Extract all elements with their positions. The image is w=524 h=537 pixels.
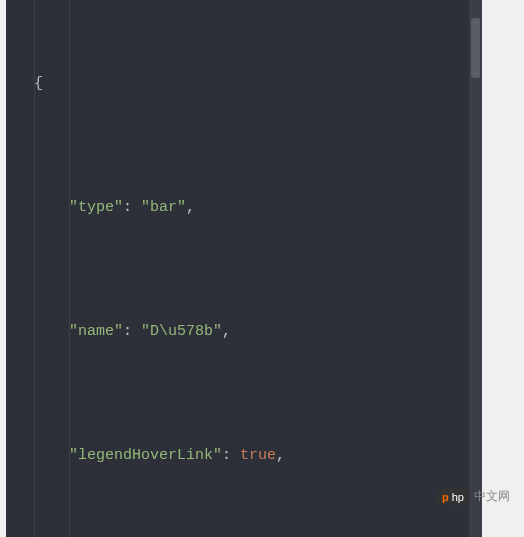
scrollbar-thumb[interactable]	[471, 18, 480, 78]
code-content: { "type": "bar", "name": "D\u578b", "leg…	[34, 6, 482, 537]
code-line: "type": "bar",	[34, 192, 482, 223]
vertical-scrollbar[interactable]	[469, 0, 482, 537]
code-line: "legendHoverLink": true,	[34, 440, 482, 471]
brace-open: {	[34, 75, 43, 92]
code-editor[interactable]: { "type": "bar", "name": "D\u578b", "leg…	[6, 0, 482, 537]
code-line: {	[34, 68, 482, 99]
code-line: "name": "D\u578b",	[34, 316, 482, 347]
